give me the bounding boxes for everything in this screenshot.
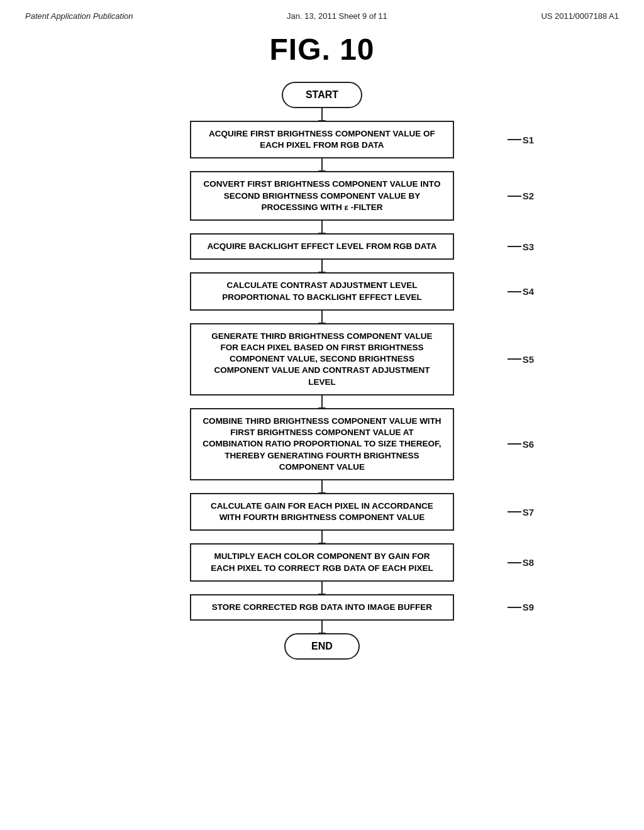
node-s6: COMBINE THIRD BRIGHTNESS COMPONENT VALUE… xyxy=(190,408,454,480)
node-row-s7: CALCULATE GAIN FOR EACH PIXEL IN ACCORDA… xyxy=(25,493,619,531)
step-label-s2: S2 xyxy=(523,191,534,201)
node-s5: GENERATE THIRD BRIGHTNESS COMPONENT VALU… xyxy=(190,323,454,396)
figure-title: FIG. 10 xyxy=(25,32,619,67)
arrow-8 xyxy=(321,582,323,594)
node-s8: MULTIPLY EACH COLOR COMPONENT BY GAIN FO… xyxy=(190,543,454,581)
step-tag-s8: S8 xyxy=(508,557,534,568)
step-tag-s5: S5 xyxy=(508,354,534,365)
node-row-s4: CALCULATE CONTRAST ADJUSTMENT LEVEL PROP… xyxy=(25,272,619,310)
step-tag-s4: S4 xyxy=(508,286,534,297)
step-tag-line-s6 xyxy=(508,443,521,445)
node-row-end: END xyxy=(25,633,619,660)
node-row-s8: MULTIPLY EACH COLOR COMPONENT BY GAIN FO… xyxy=(25,543,619,581)
step-tag-s6: S6 xyxy=(508,439,534,450)
header: Patent Application Publication Jan. 13, … xyxy=(25,11,619,21)
node-row-s3: ACQUIRE BACKLIGHT EFFECT LEVEL FROM RGB … xyxy=(25,233,619,260)
node-row-s5: GENERATE THIRD BRIGHTNESS COMPONENT VALU… xyxy=(25,323,619,396)
step-label-s6: S6 xyxy=(523,439,534,450)
step-tag-line-s9 xyxy=(508,607,521,608)
flowchart: START ACQUIRE FIRST BRIGHTNESS COMPONENT… xyxy=(25,82,619,660)
step-tag-line-s2 xyxy=(508,196,521,197)
arrow-4 xyxy=(321,311,323,323)
step-label-s8: S8 xyxy=(523,557,534,568)
node-start: START xyxy=(282,82,362,108)
header-center: Jan. 13, 2011 Sheet 9 of 11 xyxy=(287,11,387,21)
node-s2: CONVERT FIRST BRIGHTNESS COMPONENT VALUE… xyxy=(190,171,454,221)
node-row-start: START xyxy=(25,82,619,108)
node-s3: ACQUIRE BACKLIGHT EFFECT LEVEL FROM RGB … xyxy=(190,233,454,260)
step-tag-line-s7 xyxy=(508,511,521,512)
header-right: US 2011/0007188 A1 xyxy=(541,11,619,21)
node-row-s1: ACQUIRE FIRST BRIGHTNESS COMPONENT VALUE… xyxy=(25,121,619,158)
arrow-0 xyxy=(321,108,323,121)
node-row-s6: COMBINE THIRD BRIGHTNESS COMPONENT VALUE… xyxy=(25,408,619,480)
arrow-3 xyxy=(321,260,323,272)
step-tag-s2: S2 xyxy=(508,191,534,201)
step-tag-s1: S1 xyxy=(508,135,534,145)
arrow-9 xyxy=(321,621,323,633)
step-label-s5: S5 xyxy=(523,354,534,365)
node-s4: CALCULATE CONTRAST ADJUSTMENT LEVEL PROP… xyxy=(190,272,454,310)
step-tag-line-s5 xyxy=(508,358,521,360)
node-end: END xyxy=(284,633,360,660)
step-tag-line-s1 xyxy=(508,139,521,140)
node-row-s9: STORE CORRECTED RGB DATA INTO IMAGE BUFF… xyxy=(25,594,619,621)
node-s7: CALCULATE GAIN FOR EACH PIXEL IN ACCORDA… xyxy=(190,493,454,531)
step-tag-line-s3 xyxy=(508,246,521,247)
arrow-1 xyxy=(321,158,323,171)
step-tag-line-s8 xyxy=(508,562,521,563)
step-tag-s7: S7 xyxy=(508,507,534,517)
step-label-s4: S4 xyxy=(523,286,534,297)
step-label-s9: S9 xyxy=(523,602,534,612)
node-s9: STORE CORRECTED RGB DATA INTO IMAGE BUFF… xyxy=(190,594,454,621)
step-label-s3: S3 xyxy=(523,241,534,252)
header-left: Patent Application Publication xyxy=(25,11,133,21)
arrow-2 xyxy=(321,221,323,233)
arrow-7 xyxy=(321,531,323,543)
arrow-5 xyxy=(321,396,323,408)
step-tag-line-s4 xyxy=(508,291,521,292)
step-tag-s3: S3 xyxy=(508,241,534,252)
node-s1: ACQUIRE FIRST BRIGHTNESS COMPONENT VALUE… xyxy=(190,121,454,158)
node-row-s2: CONVERT FIRST BRIGHTNESS COMPONENT VALUE… xyxy=(25,171,619,221)
step-label-s7: S7 xyxy=(523,507,534,517)
arrow-6 xyxy=(321,480,323,493)
step-label-s1: S1 xyxy=(523,135,534,145)
page: Patent Application Publication Jan. 13, … xyxy=(0,0,644,830)
step-tag-s9: S9 xyxy=(508,602,534,612)
